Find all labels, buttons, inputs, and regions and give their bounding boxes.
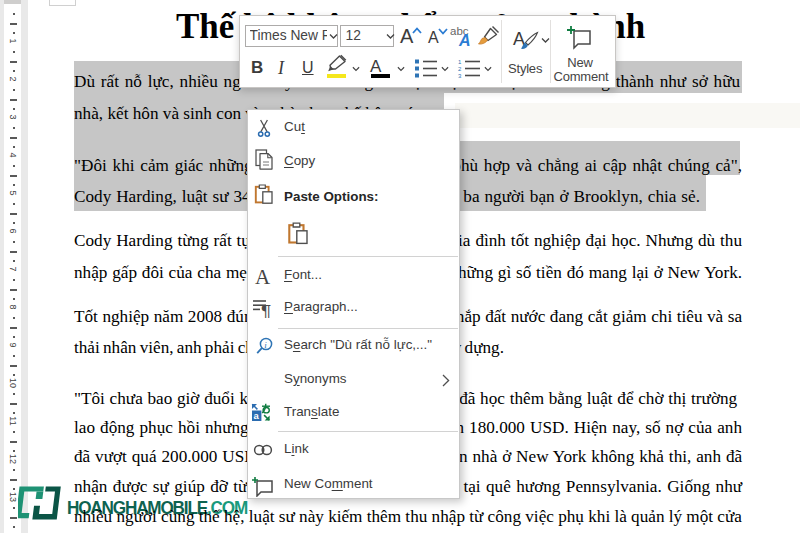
- svg-text:¶: ¶: [261, 301, 271, 319]
- svg-text:2: 2: [458, 66, 462, 72]
- svg-text:a: a: [254, 410, 260, 421]
- svg-text:i: i: [264, 340, 267, 350]
- svg-text:3: 3: [458, 73, 462, 79]
- svg-text:1: 1: [458, 59, 462, 65]
